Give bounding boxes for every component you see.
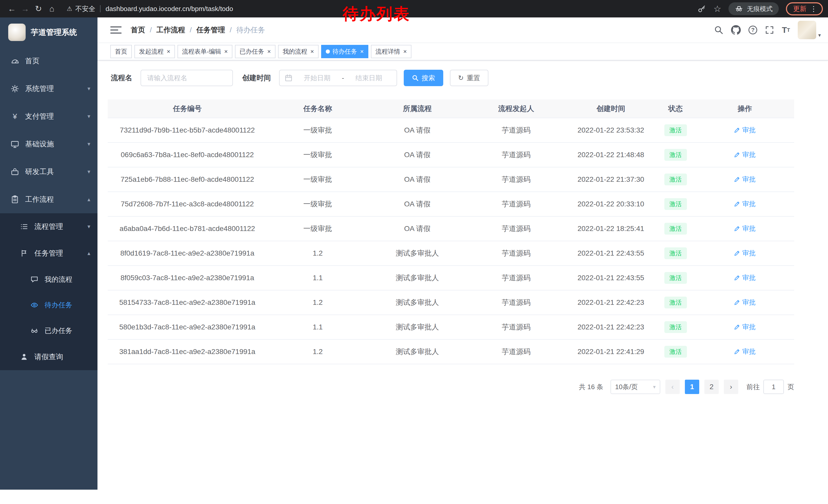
col-create-time: 创建时间 <box>566 99 655 118</box>
sidebar-item-label: 基础设施 <box>25 139 54 149</box>
fullscreen-icon[interactable] <box>765 26 774 35</box>
browser-menu-icon[interactable]: ⋮ <box>810 5 817 13</box>
font-size-icon[interactable]: TT <box>782 26 790 35</box>
page-button-1[interactable]: 1 <box>685 380 699 394</box>
sidebar-item-leave-query[interactable]: 请假查询 <box>0 343 97 370</box>
tab-start-process[interactable]: 发起流程× <box>134 45 175 58</box>
approve-link[interactable]: 审批 <box>734 126 756 135</box>
status-badge: 激活 <box>664 124 687 136</box>
browser-forward-icon[interactable]: → <box>18 2 32 15</box>
cell-status: 激活 <box>656 339 696 364</box>
prev-page-button[interactable]: ‹ <box>665 380 680 394</box>
bookmark-star-icon[interactable]: ☆ <box>714 4 721 14</box>
approve-link[interactable]: 审批 <box>734 249 756 258</box>
sidebar-item-infrastructure[interactable]: 基础设施 ▾ <box>0 130 97 158</box>
breadcrumb-current: 待办任务 <box>236 25 265 35</box>
close-icon[interactable]: × <box>167 48 170 55</box>
tab-process-detail[interactable]: 流程详情× <box>371 45 411 58</box>
status-badge: 激活 <box>664 346 687 358</box>
sidebar-item-system[interactable]: 系统管理 ▾ <box>0 75 97 102</box>
close-icon[interactable]: × <box>360 48 364 55</box>
github-icon[interactable] <box>731 25 741 35</box>
tab-my-process[interactable]: 我的流程× <box>278 45 319 58</box>
close-icon[interactable]: × <box>267 48 271 55</box>
approve-link[interactable]: 审批 <box>734 199 756 209</box>
approve-link[interactable]: 审批 <box>734 224 756 233</box>
cell-starter: 芋道源码 <box>466 167 566 192</box>
browser-home-icon[interactable]: ⌂ <box>45 2 58 15</box>
approve-link[interactable]: 审批 <box>734 273 756 282</box>
sidebar-item-workflow[interactable]: 工作流程 ▴ <box>0 186 97 213</box>
sidebar-item-process-management[interactable]: 流程管理 ▾ <box>0 213 97 240</box>
sidebar-item-home[interactable]: 首页 <box>0 47 97 75</box>
sidebar-item-label: 支付管理 <box>25 111 54 121</box>
breadcrumb-task-management[interactable]: 任务管理 <box>197 25 225 35</box>
cell-task-id: 75d72608-7b7f-11ec-a3c8-acde48001122 <box>108 192 267 216</box>
caret-down-icon: ▾ <box>818 32 821 39</box>
sidebar-item-done-tasks[interactable]: 已办任务 <box>0 318 97 343</box>
search-button[interactable]: 搜索 <box>404 70 443 86</box>
approve-link[interactable]: 审批 <box>734 150 756 159</box>
logo[interactable]: 芋道管理系统 <box>0 17 97 47</box>
cell-task-name: 1.1 <box>267 315 368 339</box>
page-button-2[interactable]: 2 <box>704 380 719 394</box>
chrome-update-button[interactable]: 更新 ⋮ <box>786 2 823 15</box>
sidebar-item-my-process[interactable]: 我的流程 <box>0 267 97 292</box>
help-icon[interactable]: ? <box>748 26 757 34</box>
process-name-input[interactable] <box>140 70 233 86</box>
approve-link[interactable]: 审批 <box>734 347 756 356</box>
cell-status: 激活 <box>656 142 696 167</box>
close-icon[interactable]: × <box>403 48 407 55</box>
status-badge: 激活 <box>664 198 687 210</box>
sidebar-item-payment[interactable]: ¥ 支付管理 ▾ <box>0 102 97 130</box>
user-menu[interactable]: ▾ <box>798 21 821 39</box>
cell-starter: 芋道源码 <box>466 118 566 142</box>
sidebar-item-todo-tasks[interactable]: 待办任务 <box>0 292 97 318</box>
breadcrumb-workflow[interactable]: 工作流程 <box>157 25 185 35</box>
update-label: 更新 <box>793 4 806 13</box>
close-icon[interactable]: × <box>224 48 228 55</box>
sidebar-item-label: 首页 <box>25 56 40 66</box>
browser-reload-icon[interactable]: ↻ <box>32 2 45 15</box>
cell-task-name: 1.2 <box>267 339 368 364</box>
approve-link[interactable]: 审批 <box>734 298 756 307</box>
col-task-id: 任务编号 <box>108 99 267 118</box>
tab-done-tasks[interactable]: 已办任务× <box>235 45 276 58</box>
chevron-down-icon: ▾ <box>87 169 90 175</box>
close-icon[interactable]: × <box>310 48 314 55</box>
chevron-up-icon: ▴ <box>87 250 90 257</box>
tab-home[interactable]: 首页 <box>110 45 132 58</box>
address-bar[interactable]: ⚠ 不安全 dashboard.yudao.iocoder.cn/bpm/tas… <box>67 4 233 13</box>
approve-link[interactable]: 审批 <box>734 322 756 331</box>
date-range-picker[interactable]: - <box>279 70 397 86</box>
cell-status: 激活 <box>656 216 696 241</box>
avatar[interactable] <box>798 21 816 39</box>
search-icon[interactable] <box>714 26 723 35</box>
gear-icon <box>10 84 19 93</box>
cell-task-id: 069c6a63-7b8a-11ec-8ef0-acde48001122 <box>108 142 267 167</box>
tab-todo-tasks[interactable]: 待办任务× <box>321 45 368 58</box>
next-page-button[interactable]: › <box>724 380 738 394</box>
approve-link[interactable]: 审批 <box>734 175 756 184</box>
sidebar-item-devtools[interactable]: 研发工具 ▾ <box>0 158 97 186</box>
start-date-input[interactable] <box>294 74 340 82</box>
reset-button[interactable]: ↻ 重置 <box>450 70 488 86</box>
goto-page-input[interactable] <box>763 380 784 394</box>
sidebar-item-task-management[interactable]: 任务管理 ▴ <box>0 240 97 267</box>
password-key-icon[interactable] <box>697 4 706 13</box>
dashboard-icon <box>10 56 19 65</box>
cell-create-time: 2022-01-21 22:42:23 <box>566 290 655 315</box>
cell-create-time: 2022-01-22 21:37:30 <box>566 167 655 192</box>
breadcrumb-separator: / <box>150 26 152 34</box>
search-icon <box>412 75 419 81</box>
page-size-select[interactable]: 10条/页 ▾ <box>611 380 660 394</box>
breadcrumb-separator: / <box>230 26 232 34</box>
table-row: a6aba0a4-7b6d-11ec-b781-acde48001122 一级审… <box>108 216 794 241</box>
cell-task-id: 73211d9d-7b9b-11ec-b5b7-acde48001122 <box>108 118 267 142</box>
end-date-input[interactable] <box>346 74 391 82</box>
pencil-icon <box>734 250 740 256</box>
browser-back-icon[interactable]: ← <box>5 2 18 15</box>
tab-form-edit[interactable]: 流程表单-编辑× <box>177 45 233 58</box>
breadcrumb-home[interactable]: 首页 <box>131 25 145 35</box>
sidebar-collapse-icon[interactable] <box>110 26 122 35</box>
